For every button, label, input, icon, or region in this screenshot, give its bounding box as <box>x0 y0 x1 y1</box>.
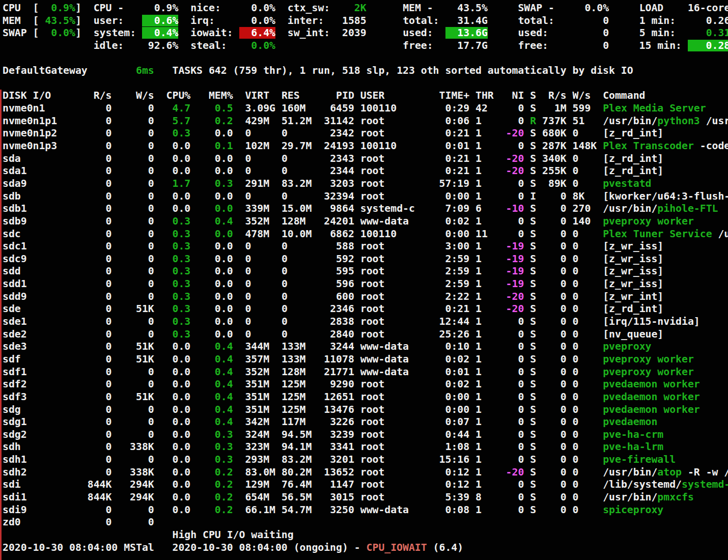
proc-pid: 32394 <box>318 190 354 202</box>
proc-cputime: 12:44 <box>421 316 469 327</box>
spacer <box>524 303 530 315</box>
proc-nice: 0 <box>494 178 524 189</box>
column-header: W/s <box>567 90 597 101</box>
proc-nice: 0 <box>494 441 524 453</box>
quicklook-label: MEM [ <box>3 15 39 26</box>
proc-command: [z_rd_int] <box>603 165 663 177</box>
proc-threads: 1 <box>469 378 494 390</box>
disk-read-rate: 0 <box>75 190 111 202</box>
disk-write-rate: 0 <box>111 278 154 290</box>
proc-user: root <box>354 454 421 465</box>
terminal-line: nvme0n1p2 0 0 0.3 0.0 0 0 2342 root 0:21… <box>3 127 728 140</box>
proc-cputime: 0:01 <box>421 366 469 378</box>
spacer <box>367 40 403 51</box>
proc-pid: 2342 <box>318 127 354 139</box>
proc-io-read: 255K <box>536 165 567 177</box>
disk-name: sde3 <box>3 341 75 352</box>
disk-name: sdd9 <box>3 291 75 302</box>
proc-command: /lib/systemd/ <box>603 479 682 490</box>
spacer <box>597 378 603 390</box>
quicklook-label: SWAP [ <box>3 27 39 39</box>
stat-label: sw_int: <box>288 27 336 39</box>
disk-write-rate: 0 <box>111 366 154 378</box>
proc-user: www-data <box>354 215 421 227</box>
stat-value: 0.0% <box>239 2 275 14</box>
disk-write-rate: 0 <box>111 516 154 528</box>
disk-write-rate: 0 <box>111 102 154 114</box>
proc-command: pve-firewall <box>603 454 676 465</box>
proc-threads: 1 <box>469 441 494 453</box>
proc-user: root <box>354 127 421 139</box>
proc-res: 29.7M <box>282 140 318 152</box>
proc-io-write: 0 <box>567 454 597 465</box>
proc-state: I <box>530 190 536 202</box>
proc-user: www-data <box>354 341 421 352</box>
spacer <box>597 404 603 415</box>
proc-threads: 1 <box>469 416 494 428</box>
spacer <box>524 466 530 478</box>
proc-pid: 9290 <box>318 378 354 390</box>
proc-pid: 3203 <box>318 178 354 189</box>
proc-io-read: 1M <box>536 102 567 114</box>
column-header: Command <box>597 90 645 101</box>
proc-pid: 600 <box>318 291 354 302</box>
proc-cputime: 0:02 <box>421 215 469 227</box>
disk-name: sda9 <box>3 178 75 189</box>
proc-res: 51.2M <box>282 115 318 127</box>
proc-command: Plex Tuner Service <box>603 228 712 240</box>
proc-user: www-data <box>354 504 421 516</box>
proc-threads: 1 <box>469 178 494 189</box>
disk-name: sde2 <box>3 328 75 340</box>
proc-threads: 1 <box>469 165 494 177</box>
proc-command: [z_wr_int] <box>603 291 663 302</box>
terminal-line: sdf2 0 0 0.0 0.4 351M 125M 9290 root 0:0… <box>3 378 728 391</box>
proc-user: root <box>354 265 421 277</box>
proc-cpu: 0.0 <box>154 454 190 465</box>
proc-cpu: 0.3 <box>154 228 190 240</box>
spacer <box>609 15 639 26</box>
proc-threads: 1 <box>469 153 494 164</box>
spacer <box>597 240 603 252</box>
terminal-line: High CPU I/O waiting <box>3 529 728 542</box>
glances-terminal[interactable]: CPU [ 0.9%] CPU - 0.9% nice: 0.0% ctx_sw… <box>0 0 728 560</box>
stat-label: steal: <box>190 40 239 51</box>
proc-nice: 0 <box>494 215 524 227</box>
proc-user: root <box>354 429 421 440</box>
proc-user: root <box>354 316 421 327</box>
proc-nice: 0 <box>494 416 524 428</box>
proc-res: 94.1M <box>282 441 318 453</box>
proc-res: 54.7M <box>282 504 318 516</box>
disk-write-rate: 0 <box>111 404 154 415</box>
disk-name: sdi9 <box>3 504 75 516</box>
disk-name: sdb9 <box>3 215 75 227</box>
proc-command: pvedaemon worker <box>603 404 700 415</box>
proc-cpu: 0.0 <box>154 165 190 177</box>
disk-read-rate: 0 <box>75 378 111 390</box>
proc-io-write: 0 <box>567 404 597 415</box>
proc-io-read: 0 <box>536 278 567 290</box>
proc-cputime: 2:22 <box>421 291 469 302</box>
stat-value: 0.0% <box>567 2 609 14</box>
proc-io-write: 0 <box>567 391 597 403</box>
proc-cpu: 0.3 <box>154 265 190 277</box>
proc-mem: 0.0 <box>190 165 233 177</box>
disk-name: sdb <box>3 190 75 202</box>
proc-io-write: 0 <box>567 366 597 378</box>
spacer <box>288 40 367 51</box>
proc-io-write: 140 <box>567 215 597 227</box>
proc-cpu: 0.3 <box>154 278 190 290</box>
proc-nice: 0 <box>494 404 524 415</box>
proc-user: 100110 <box>354 140 421 152</box>
proc-user: root <box>354 378 421 390</box>
proc-io-read: 0 <box>536 215 567 227</box>
spacer <box>597 127 603 139</box>
proc-io-write: 0 <box>567 491 597 503</box>
spacer <box>488 15 518 26</box>
disk-name: sdc9 <box>3 253 75 265</box>
proc-res: 56.5M <box>282 491 318 503</box>
stat-value: 31.4G <box>445 15 488 26</box>
disk-read-rate: 0 <box>75 429 111 440</box>
proc-threads: 1 <box>469 316 494 327</box>
spacer <box>597 491 603 503</box>
quicklook-value: 0.0% <box>39 27 75 39</box>
